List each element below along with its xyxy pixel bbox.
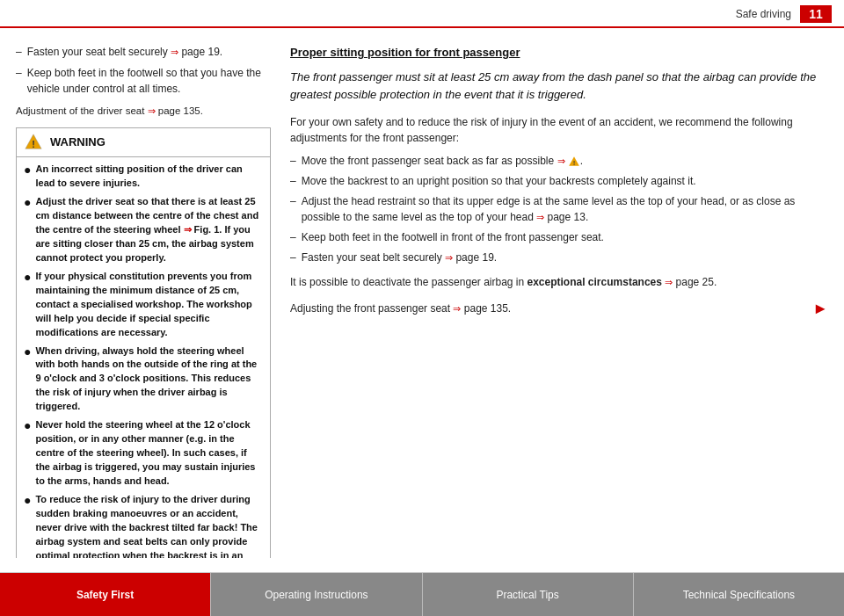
page-header: Safe driving 11 [0,0,844,28]
dash-icon: – [16,44,22,60]
intro-text: For your own safety and to reduce the ri… [290,114,828,146]
right-bullet-4: – Keep both feet in the footwell in fron… [290,229,828,245]
right-column: Proper sitting position for front passen… [290,44,828,558]
warning-triangle-icon: ! [24,133,43,152]
warning-item-3: ● If your physical constitution prevents… [24,270,263,340]
right-bullet-5: – Fasten your seat belt securely ⇒ page … [290,250,828,265]
bullet-item-2: – Keep both feet in the footwell so that… [16,65,271,97]
warning-item-1: ● An incorrect sitting position of the d… [24,163,263,191]
bullet-text-1: Fasten your seat belt securely ⇒ page 19… [27,44,222,60]
bullet-text-2: Keep both feet in the footwell so that y… [27,65,271,97]
footer-tab-practical-label: Practical Tips [496,589,558,601]
footer-tab-operating-label: Operating Instructions [265,589,367,601]
warning-item-5: ● Never hold the steering wheel at the 1… [24,418,263,489]
adjusting-text: Adjusting the front passenger seat ⇒ pag… [290,297,828,321]
footer-tab-technical-specs[interactable]: Technical Specifications [634,573,844,616]
footer-tab-safety-first[interactable]: Safety First [0,573,211,616]
adjustment-text: Adjustment of the driver seat ⇒ page 135… [16,104,271,119]
dash-icon-2: – [16,65,22,97]
warning-item-2: ● Adjust the driver seat so that there i… [24,195,263,265]
warning-header: ! WARNING [17,128,270,157]
right-bullet-2: – Move the backrest to an upright positi… [290,173,828,189]
footer-tab-safety-first-label: Safety First [76,589,134,601]
warning-item-4: ● When driving, always hold the steering… [24,344,263,415]
section-title: Proper sitting position for front passen… [290,44,828,62]
bullet-item-1: – Fasten your seat belt securely ⇒ page … [16,44,271,60]
deactivate-text: It is possible to deactivate the passeng… [290,274,828,290]
footer-tab-operating-instructions[interactable]: Operating Instructions [211,573,422,616]
warning-small-icon: ! [568,156,580,168]
header-title: Safe driving [736,8,791,20]
warning-label: WARNING [50,134,106,151]
warning-box: ! WARNING ● An incorrect sitting positio… [16,127,271,558]
page-number: 11 [800,5,832,23]
footer-tab-practical-tips[interactable]: Practical Tips [423,573,634,616]
warning-item-6: ● To reduce the risk of injury to the dr… [24,493,263,558]
main-content: – Fasten your seat belt securely ⇒ page … [0,28,844,558]
svg-text:!: ! [573,159,575,165]
left-column: – Fasten your seat belt securely ⇒ page … [16,44,271,558]
svg-text:!: ! [32,139,35,149]
warning-body: ● An incorrect sitting position of the d… [17,157,270,558]
footer-bar: Safety First Operating Instructions Prac… [0,572,844,616]
footer-tab-technical-label: Technical Specifications [683,589,795,601]
forward-arrow-icon: ► [812,297,828,321]
italic-block: The front passenger must sit at least 25… [290,69,828,104]
right-bullet-3: – Adjust the head restraint so that its … [290,193,828,225]
right-bullet-1: – Move the front passenger seat back as … [290,153,828,169]
